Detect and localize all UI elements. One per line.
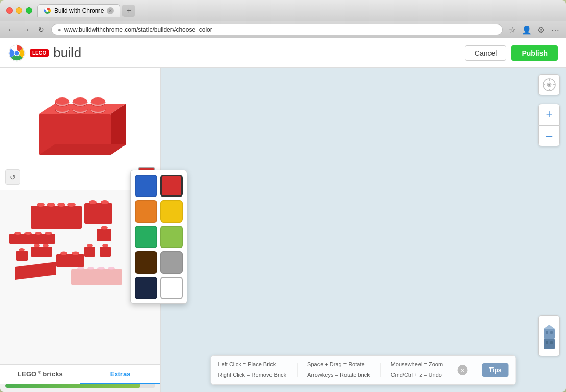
svg-rect-72 (546, 341, 548, 344)
hint-undo: Cmd/Ctrl + z = Undo (391, 370, 443, 380)
tab-close-button[interactable]: ✕ (107, 7, 114, 14)
header-actions: Cancel Publish (465, 45, 558, 61)
color-swatch-green[interactable] (135, 226, 157, 248)
active-tab[interactable]: Build with Chrome ✕ (37, 4, 120, 17)
main-content: ↺ ✕ (0, 68, 566, 392)
svg-marker-8 (39, 144, 126, 155)
settings-icon[interactable]: ⋯ (550, 24, 561, 35)
fullscreen-window-button[interactable] (26, 7, 32, 14)
svg-point-28 (37, 203, 45, 207)
close-hints-button[interactable]: ✕ (457, 365, 467, 375)
security-icon: ● (58, 27, 61, 33)
color-swatch-red[interactable] (160, 175, 183, 197)
cancel-button[interactable]: Cancel (465, 45, 507, 61)
tab-title: Build with Chrome (54, 7, 104, 14)
svg-point-34 (101, 200, 109, 204)
url-text: www.buildwithchrome.com/static/builder#c… (64, 26, 212, 33)
tips-button[interactable]: Tips (482, 363, 508, 377)
svg-rect-57 (31, 247, 52, 257)
svg-rect-50 (71, 270, 122, 285)
svg-point-33 (89, 200, 97, 204)
color-swatch-lime[interactable] (160, 226, 183, 248)
color-picker (130, 170, 187, 304)
view-button[interactable] (538, 315, 560, 356)
color-swatch-white[interactable] (160, 277, 183, 299)
compass-button[interactable] (538, 74, 560, 95)
hint-zoom: Mousewheel = Zoom (391, 360, 443, 370)
bricks-grid-svg (5, 195, 148, 298)
svg-marker-42 (15, 262, 56, 280)
close-window-button[interactable] (6, 7, 13, 14)
color-swatch-gray[interactable] (160, 251, 183, 274)
svg-point-49 (102, 244, 108, 247)
hint-col-1: Left Click = Place Brick Right Click = R… (218, 360, 286, 380)
svg-rect-70 (546, 331, 548, 334)
extension-icon[interactable]: ⚙ (535, 24, 547, 35)
svg-rect-71 (550, 331, 553, 334)
svg-point-36 (101, 226, 108, 230)
tab-extras[interactable]: Extras (80, 365, 160, 384)
canvas-area[interactable]: + – (161, 68, 566, 392)
color-swatch-yellow[interactable] (160, 200, 183, 223)
svg-point-29 (47, 203, 55, 207)
color-swatch-blue[interactable] (135, 175, 157, 197)
svg-rect-73 (550, 341, 553, 344)
user-icon[interactable]: 👤 (521, 24, 532, 35)
minimize-window-button[interactable] (16, 7, 22, 14)
hint-remove-brick: Right Click = Remove Brick (218, 370, 286, 380)
logo-area: LEGO build (8, 44, 465, 62)
zoom-in-button[interactable]: + (538, 104, 560, 125)
svg-rect-67 (544, 329, 555, 339)
progress-bar-container (5, 384, 155, 388)
app-header: LEGO build Cancel Publish (0, 38, 566, 68)
hint-col-2: Space + Drag = Rotate Arrowkeys = Rotate… (307, 360, 370, 380)
star-icon[interactable]: ☆ (507, 24, 518, 35)
back-button[interactable]: ← (5, 24, 16, 35)
toolbar-icons: ☆ 👤 ⚙ ⋯ (507, 24, 561, 35)
svg-point-18 (73, 97, 87, 105)
svg-rect-27 (31, 206, 82, 229)
color-swatch-navy[interactable] (135, 277, 157, 299)
svg-point-38 (14, 232, 21, 235)
app-title: build (53, 45, 81, 61)
svg-point-47 (87, 244, 93, 247)
tab-favicon-icon (44, 7, 51, 14)
svg-point-51 (77, 267, 84, 270)
title-bar: Build with Chrome ✕ + (0, 0, 566, 21)
svg-point-58 (34, 244, 40, 247)
svg-point-54 (108, 267, 115, 270)
color-swatch-brown[interactable] (135, 251, 157, 274)
svg-point-1 (46, 10, 48, 12)
publish-button[interactable]: Publish (511, 45, 558, 61)
compass-icon (542, 78, 556, 92)
svg-rect-46 (84, 247, 95, 257)
svg-marker-69 (544, 325, 555, 329)
zoom-out-button[interactable]: – (538, 125, 560, 146)
color-swatch-orange[interactable] (135, 200, 157, 223)
svg-point-59 (43, 244, 49, 247)
hint-rotate: Space + Drag = Rotate (307, 360, 370, 370)
hints-bar: Left Click = Place Brick Right Click = R… (210, 355, 516, 385)
svg-point-53 (97, 267, 105, 270)
svg-rect-43 (56, 254, 84, 267)
svg-point-45 (72, 252, 79, 255)
svg-point-56 (19, 248, 25, 251)
svg-point-30 (57, 203, 65, 207)
svg-rect-48 (100, 247, 111, 257)
tabs-row: LEGO ® bricks Extras (0, 364, 160, 384)
reload-button[interactable]: ↻ (36, 24, 47, 35)
tab-lego-bricks[interactable]: LEGO ® bricks (0, 365, 80, 384)
svg-rect-35 (97, 229, 111, 241)
rotate-button[interactable]: ↺ (5, 169, 20, 185)
address-field[interactable]: ● www.buildwithchrome.com/static/builder… (51, 24, 503, 35)
forward-button[interactable]: → (20, 24, 32, 35)
svg-point-39 (24, 232, 32, 235)
traffic-lights (6, 7, 32, 14)
svg-point-41 (45, 232, 52, 235)
chrome-logo-icon (8, 44, 26, 62)
svg-point-40 (35, 232, 42, 235)
new-tab-button[interactable]: + (122, 5, 135, 17)
tab-bar: Build with Chrome ✕ + (37, 4, 560, 17)
svg-point-4 (15, 51, 19, 55)
svg-point-62 (548, 84, 550, 86)
